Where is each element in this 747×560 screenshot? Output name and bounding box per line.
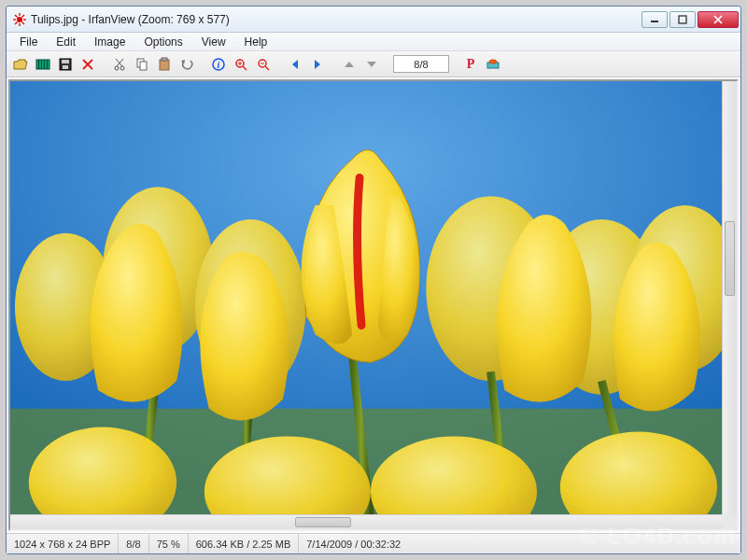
status-zoom: 75 % (149, 534, 189, 553)
slideshow-button[interactable] (33, 54, 53, 75)
toolbar: i 8/8 P (7, 51, 740, 77)
svg-point-0 (17, 17, 22, 22)
info-icon: i (211, 57, 226, 72)
svg-rect-17 (47, 60, 48, 69)
undo-button[interactable] (176, 54, 197, 75)
menu-help[interactable]: Help (235, 34, 277, 50)
paint-button[interactable]: P (460, 54, 481, 75)
zoom-in-icon (233, 57, 248, 72)
svg-line-6 (22, 21, 25, 24)
arrow-right-icon (310, 57, 325, 72)
svg-rect-29 (160, 60, 169, 70)
prev-image-button[interactable] (285, 54, 305, 75)
svg-rect-20 (63, 65, 68, 69)
vscroll-thumb[interactable] (725, 221, 735, 296)
menubar: File Edit Image Options View Help (7, 33, 740, 51)
minimize-icon (650, 15, 659, 24)
svg-line-25 (117, 59, 123, 66)
scanner-icon (486, 57, 500, 72)
svg-rect-16 (44, 60, 45, 69)
close-icon (713, 15, 723, 24)
save-button[interactable] (55, 54, 76, 75)
copy-button[interactable] (132, 54, 152, 75)
copy-icon (134, 57, 149, 72)
svg-rect-28 (140, 62, 147, 70)
status-datetime: 7/14/2009 / 00:32:32 (299, 534, 740, 553)
svg-rect-15 (41, 60, 42, 69)
svg-point-41 (489, 60, 497, 63)
floppy-icon (58, 57, 73, 72)
displayed-image[interactable] (10, 81, 722, 514)
minimize-button[interactable] (641, 11, 668, 28)
svg-line-38 (265, 66, 269, 70)
status-dimensions: 1024 x 768 x 24 BPP (7, 534, 119, 553)
undo-icon (179, 57, 194, 72)
paint-icon: P (467, 57, 475, 72)
svg-line-5 (15, 15, 18, 18)
menu-edit[interactable]: Edit (47, 34, 85, 50)
svg-line-26 (116, 59, 122, 66)
window-title: Tulips.jpg - IrfanView (Zoom: 769 x 577) (31, 13, 641, 26)
delete-x-icon (80, 57, 95, 72)
svg-line-34 (243, 66, 247, 70)
titlebar[interactable]: Tulips.jpg - IrfanView (Zoom: 769 x 577) (7, 7, 740, 33)
status-filesize: 606.34 KB / 2.25 MB (189, 534, 300, 553)
menu-file[interactable]: File (10, 34, 47, 50)
next-image-button[interactable] (307, 54, 328, 75)
svg-rect-10 (679, 16, 686, 23)
svg-text:i: i (218, 60, 220, 70)
close-button[interactable] (698, 11, 739, 28)
zoom-out-icon (256, 57, 271, 72)
arrow-up-icon (342, 57, 357, 72)
arrow-left-icon (288, 57, 303, 72)
cut-button[interactable] (109, 54, 130, 75)
image-counter: 8/8 (393, 55, 449, 73)
delete-button[interactable] (78, 54, 98, 75)
paste-button[interactable] (154, 54, 175, 75)
menu-image[interactable]: Image (85, 34, 134, 50)
svg-rect-14 (38, 60, 39, 69)
horizontal-scrollbar[interactable] (10, 514, 722, 529)
next-page-button[interactable] (361, 54, 382, 75)
slideshow-icon (35, 57, 50, 72)
menu-view[interactable]: View (192, 34, 235, 50)
status-index: 8/8 (119, 534, 148, 553)
window-controls (641, 11, 739, 28)
scroll-corner (722, 514, 737, 529)
svg-rect-19 (62, 60, 69, 63)
svg-line-8 (15, 21, 18, 24)
image-viewport (8, 79, 739, 531)
scan-button[interactable] (483, 54, 503, 75)
app-window: Tulips.jpg - IrfanView (Zoom: 769 x 577)… (6, 6, 741, 554)
statusbar: 1024 x 768 x 24 BPP 8/8 75 % 606.34 KB /… (7, 533, 740, 553)
svg-line-7 (22, 15, 25, 18)
zoom-in-button[interactable] (231, 54, 251, 75)
open-button[interactable] (10, 54, 31, 75)
scissors-icon (112, 57, 127, 72)
svg-point-23 (115, 66, 119, 70)
zoom-out-button[interactable] (253, 54, 274, 75)
hscroll-thumb[interactable] (295, 517, 351, 527)
svg-point-24 (120, 66, 124, 70)
arrow-down-icon (364, 57, 379, 72)
clipboard-icon (157, 57, 172, 72)
info-button[interactable]: i (208, 54, 229, 75)
vertical-scrollbar[interactable] (722, 81, 737, 514)
prev-page-button[interactable] (339, 54, 359, 75)
svg-rect-30 (162, 58, 167, 61)
folder-open-icon (13, 57, 28, 72)
app-icon (12, 12, 27, 27)
maximize-button[interactable] (669, 11, 696, 28)
maximize-icon (678, 15, 687, 24)
menu-options[interactable]: Options (134, 34, 191, 50)
